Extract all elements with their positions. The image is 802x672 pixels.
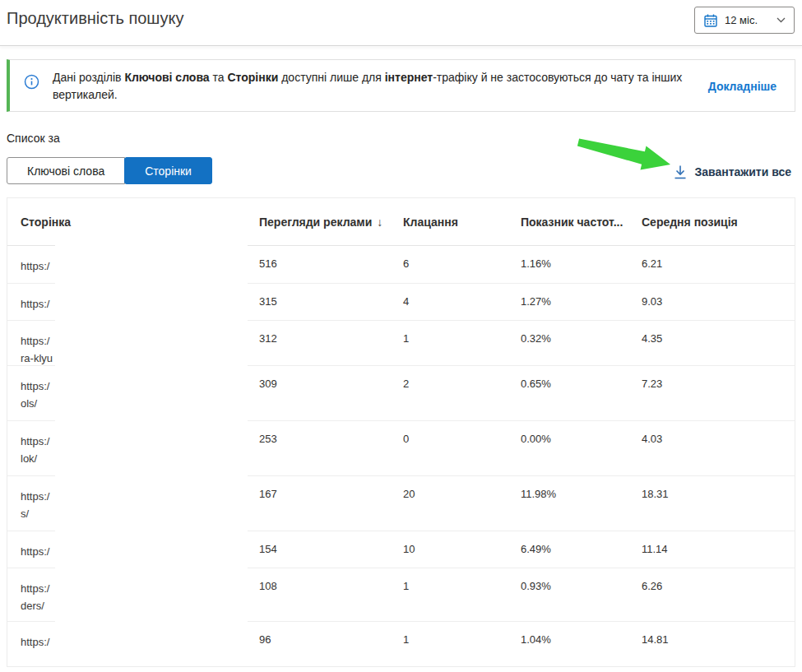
position-cell: 18.31 xyxy=(642,476,795,500)
download-label: Завантажити все xyxy=(694,165,791,178)
table-row: https:/ 516 6 1.16% 6.21 xyxy=(7,246,795,283)
ctr-cell: 0.32% xyxy=(521,321,642,345)
banner-text-segment: Дані розділів xyxy=(53,71,124,84)
table-row: https:/ 96 1 1.04% 14.81 xyxy=(7,621,795,666)
impressions-cell: 309 xyxy=(259,366,403,390)
ctr-cell: 1.04% xyxy=(521,622,642,646)
clicks-cell: 4 xyxy=(403,284,521,308)
download-all-button[interactable]: Завантажити все xyxy=(674,160,791,183)
page-url: https:/ xyxy=(21,257,259,275)
list-by-toggle: Ключові слова Сторінки xyxy=(7,157,212,184)
page-url-line2: lok/ xyxy=(21,450,259,467)
header-divider xyxy=(0,45,802,46)
impressions-cell: 516 xyxy=(259,246,403,270)
toggle-keywords-button[interactable]: Ключові слова xyxy=(7,157,125,184)
search-performance-page: Продуктивність пошуку 12 міс. xyxy=(0,0,802,672)
download-icon xyxy=(674,165,687,180)
banner-text-internet-bold: інтернет xyxy=(385,71,433,84)
date-range-dropdown[interactable]: 12 міс. xyxy=(694,7,795,34)
banner-text-segment: та xyxy=(210,71,228,84)
position-cell: 6.26 xyxy=(642,568,795,592)
page-url-line2: ra-klyu xyxy=(21,350,259,367)
annotation-arrow xyxy=(572,137,683,182)
date-range-value: 12 міс. xyxy=(725,14,758,26)
banner-text-keywords-bold: Ключові слова xyxy=(124,71,209,84)
page-url-line2: ders/ xyxy=(21,597,259,614)
ctr-cell: 0.00% xyxy=(521,421,642,445)
banner-text-segment: доступні лише для xyxy=(278,71,384,84)
learn-more-link[interactable]: Докладніше xyxy=(708,80,777,93)
position-cell: 4.35 xyxy=(642,321,795,345)
ctr-cell: 0.93% xyxy=(521,568,642,592)
clicks-cell: 1 xyxy=(403,568,521,592)
ctr-cell: 1.27% xyxy=(521,284,642,308)
table-header-row: Сторінка Перегляди реклами↓ Клацання Пок… xyxy=(7,198,795,246)
clicks-cell: 2 xyxy=(403,366,521,390)
column-header-impressions[interactable]: Перегляди реклами↓ xyxy=(259,216,403,229)
impressions-cell: 108 xyxy=(259,568,403,592)
clicks-cell: 6 xyxy=(403,246,521,270)
ctr-cell: 0.65% xyxy=(521,366,642,390)
position-cell: 14.81 xyxy=(642,622,795,646)
table-row: https:/s/ 167 20 11.98% 18.31 xyxy=(7,475,795,531)
ctr-cell: 11.98% xyxy=(521,476,642,500)
page-url: https:/ xyxy=(21,433,259,450)
column-header-page[interactable]: Сторінка xyxy=(7,216,259,229)
position-cell: 6.21 xyxy=(642,246,795,270)
table-row: https:/lok/ 253 0 0.00% 4.03 xyxy=(7,420,795,475)
ctr-cell: 6.49% xyxy=(521,531,642,555)
table-row: https:/ 315 4 1.27% 9.03 xyxy=(7,283,795,320)
calendar-icon xyxy=(703,13,718,28)
clicks-cell: 0 xyxy=(403,421,521,445)
column-header-position[interactable]: Середня позиція xyxy=(642,216,795,229)
banner-text: Дані розділів Ключові слова та Сторінки … xyxy=(53,69,704,104)
impressions-cell: 96 xyxy=(259,622,403,646)
page-url-line2: s/ xyxy=(21,505,259,522)
clicks-cell: 10 xyxy=(403,531,521,555)
clicks-cell: 1 xyxy=(403,321,521,345)
results-table: Сторінка Перегляди реклами↓ Клацання Пок… xyxy=(7,197,795,667)
impressions-cell: 253 xyxy=(259,421,403,445)
table-row: https:/ra-klyu 312 1 0.32% 4.35 xyxy=(7,320,795,365)
page-title: Продуктивність пошуку xyxy=(7,9,183,28)
table-row: https:/ols/ 309 2 0.65% 7.23 xyxy=(7,365,795,420)
table-row: https:/ 154 10 6.49% 11.14 xyxy=(7,531,795,568)
info-icon xyxy=(24,74,39,90)
sort-desc-icon: ↓ xyxy=(377,216,382,229)
table-row: https:/ders/ 108 1 0.93% 6.26 xyxy=(7,568,795,621)
page-url: https:/ xyxy=(21,295,259,313)
page-url: https:/ xyxy=(21,332,259,350)
page-url: https:/ xyxy=(21,633,259,651)
impressions-cell: 154 xyxy=(259,531,403,555)
ctr-cell: 1.16% xyxy=(521,246,642,270)
chevron-down-icon xyxy=(777,17,786,23)
page-url: https:/ xyxy=(21,378,259,395)
clicks-cell: 20 xyxy=(403,476,521,500)
page-url-line2: ols/ xyxy=(21,395,259,412)
page-url: https:/ xyxy=(21,543,259,560)
position-cell: 11.14 xyxy=(642,531,795,555)
column-header-ctr[interactable]: Показник частот... xyxy=(521,216,642,229)
impressions-cell: 312 xyxy=(259,321,403,345)
page-url: https:/ xyxy=(21,488,259,505)
page-url: https:/ xyxy=(21,580,259,597)
position-cell: 4.03 xyxy=(642,421,795,445)
position-cell: 7.23 xyxy=(642,366,795,390)
impressions-cell: 167 xyxy=(259,476,403,500)
info-banner: Дані розділів Ключові слова та Сторінки … xyxy=(7,59,795,112)
list-by-label: Список за xyxy=(7,132,60,145)
position-cell: 9.03 xyxy=(642,284,795,308)
impressions-cell: 315 xyxy=(259,284,403,308)
column-header-impressions-label: Перегляди реклами xyxy=(259,216,372,229)
banner-text-pages-bold: Сторінки xyxy=(227,71,278,84)
clicks-cell: 1 xyxy=(403,622,521,646)
column-header-clicks[interactable]: Клацання xyxy=(403,216,521,229)
toggle-pages-button[interactable]: Сторінки xyxy=(124,157,212,184)
